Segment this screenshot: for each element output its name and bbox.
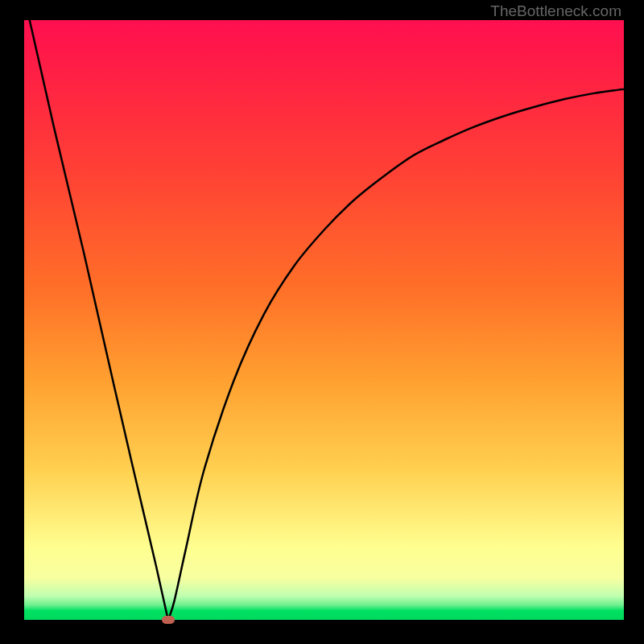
watermark-text: TheBottleneck.com <box>490 2 621 20</box>
gradient-background <box>24 20 624 620</box>
plot-area <box>24 20 624 620</box>
chart-svg <box>24 20 624 620</box>
chart-container: TheBottleneck.com <box>0 0 644 644</box>
bottleneck-marker <box>162 616 175 624</box>
